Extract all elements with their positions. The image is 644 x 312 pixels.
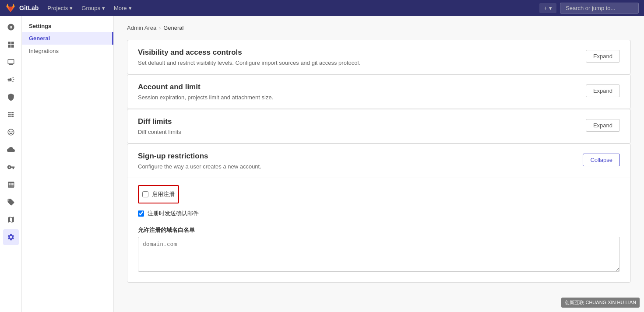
expand-visibility-button[interactable]: Expand [586, 50, 620, 63]
section-signup-title: Sign-up restrictions [138, 152, 574, 161]
nav-projects[interactable]: Projects ▾ [44, 3, 76, 13]
enable-signup-label[interactable]: 启用注册 [152, 190, 175, 198]
watermark: 创新互联 CHUANG XIN HU LIAN [561, 298, 640, 308]
chevron-down-icon: ▾ [102, 5, 105, 11]
shield-icon[interactable] [3, 89, 19, 105]
new-item-button[interactable]: + ▾ [539, 3, 556, 13]
megaphone-icon[interactable] [3, 72, 19, 88]
section-visibility-title: Visibility and access controls [138, 48, 577, 57]
section-visibility-header: Visibility and access controls Set defau… [127, 40, 630, 74]
section-diff: Diff limits Diff content limits Expand [127, 109, 631, 144]
expand-account-button[interactable]: Expand [586, 84, 620, 97]
sidebar-icons [0, 16, 22, 312]
section-signup: Sign-up restrictions Configure the way a… [127, 144, 631, 283]
section-account-header: Account and limit Session expiration, pr… [127, 75, 630, 109]
map-icon[interactable] [3, 212, 19, 228]
nav-more[interactable]: More ▾ [110, 3, 135, 13]
emoji-icon[interactable] [3, 124, 19, 140]
table-icon[interactable] [3, 177, 19, 193]
domain-whitelist-textarea[interactable] [138, 237, 620, 272]
send-confirmation-label[interactable]: 注册时发送确认邮件 [148, 210, 199, 217]
enable-signup-highlight: 启用注册 [138, 185, 179, 203]
gitlab-logo[interactable]: GitLab [5, 3, 39, 13]
breadcrumb-current: General [163, 25, 183, 31]
send-confirmation-row: 注册时发送确认邮件 [138, 207, 620, 220]
monitor-icon[interactable] [3, 54, 19, 70]
settings-icon[interactable] [3, 229, 19, 245]
section-visibility: Visibility and access controls Set defau… [127, 40, 631, 74]
section-account-title: Account and limit [138, 83, 577, 91]
sidebar-item-integrations[interactable]: Integrations [22, 45, 113, 57]
cloud-icon[interactable] [3, 142, 19, 158]
section-account-desc: Session expiration, projects limit and a… [138, 94, 577, 101]
expand-diff-button[interactable]: Expand [586, 119, 620, 132]
sidebar-secondary: Settings General Integrations [22, 16, 114, 312]
section-account: Account and limit Session expiration, pr… [127, 74, 631, 109]
tag-icon[interactable] [3, 194, 19, 210]
apps-icon[interactable] [3, 107, 19, 123]
chevron-down-icon: ▾ [129, 5, 132, 11]
enable-signup-row: 启用注册 [142, 188, 175, 201]
breadcrumb-parent[interactable]: Admin Area [127, 25, 156, 31]
section-account-info: Account and limit Session expiration, pr… [138, 83, 577, 101]
topnav-right: + ▾ Search or jump to... [539, 3, 639, 14]
send-confirmation-checkbox[interactable] [138, 210, 144, 217]
section-signup-desc: Configure the way a user creates a new a… [138, 163, 574, 170]
chevron-down-icon: ▾ [70, 5, 73, 11]
page-layout: Settings General Integrations Admin Area… [0, 16, 644, 312]
breadcrumb: Admin Area › General [127, 25, 631, 31]
nav-groups[interactable]: Groups ▾ [78, 3, 109, 13]
section-visibility-info: Visibility and access controls Set defau… [138, 48, 577, 66]
domain-whitelist-label: 允许注册的域名白名单 [138, 226, 620, 234]
section-signup-header: Sign-up restrictions Configure the way a… [127, 144, 630, 178]
topnav: GitLab Projects ▾ Groups ▾ More ▾ + ▾ Se… [0, 0, 644, 16]
section-diff-desc: Diff content limits [138, 129, 577, 135]
main-content: Admin Area › General Visibility and acce… [114, 16, 644, 312]
section-diff-header: Diff limits Diff content limits Expand [127, 109, 630, 143]
section-visibility-desc: Set default and restrict visibility leve… [138, 60, 577, 66]
search-input[interactable]: Search or jump to... [560, 3, 639, 14]
section-diff-info: Diff limits Diff content limits [138, 117, 577, 135]
section-diff-title: Diff limits [138, 117, 577, 126]
admin-icon[interactable] [3, 19, 19, 35]
section-signup-body: 启用注册 注册时发送确认邮件 允许注册的域名白名单 [127, 178, 630, 282]
chevron-down-icon: ▾ [549, 5, 552, 11]
enable-signup-checkbox[interactable] [142, 191, 148, 197]
collapse-signup-button[interactable]: Collapse [583, 154, 620, 166]
sidebar-item-general[interactable]: General [22, 32, 113, 45]
sidebar-title: Settings [22, 19, 113, 32]
breadcrumb-separator: › [159, 25, 161, 31]
key-icon[interactable] [3, 159, 19, 175]
section-signup-info: Sign-up restrictions Configure the way a… [138, 152, 574, 170]
overview-icon[interactable] [3, 37, 19, 53]
